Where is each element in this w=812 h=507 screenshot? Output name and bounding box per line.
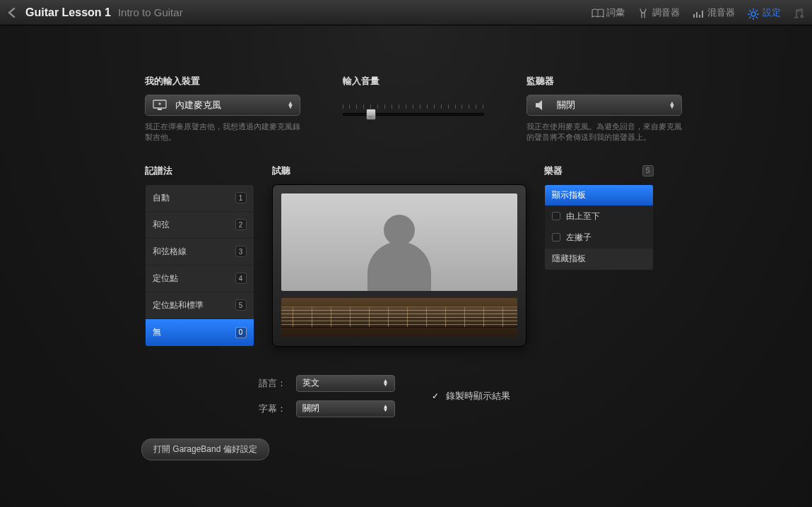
svg-point-5 (751, 12, 755, 16)
notation-section: 記譜法 自動1和弦2和弦格線3定位點4定位點和標準5無0 (145, 165, 254, 347)
preview-box (272, 184, 526, 347)
monitor-dropdown[interactable]: 關閉 ▲▼ (526, 95, 682, 116)
instrument-item-3[interactable]: 隱藏指板 (545, 249, 653, 270)
lesson-subtitle: Intro to Guitar (118, 6, 183, 18)
notation-item-label: 定位點 (153, 273, 178, 285)
toolbar-tuner[interactable]: 調音器 (637, 6, 680, 19)
svg-rect-4 (702, 11, 703, 18)
book-icon (592, 8, 603, 17)
shortcut-badge: 0 (235, 327, 247, 338)
monitor-value: 關閉 (550, 99, 669, 112)
toolbar-mixer-label: 混音器 (707, 6, 735, 19)
svg-rect-15 (158, 109, 162, 110)
instrument-item-label: 顯示指板 (552, 189, 586, 201)
toolbar-glossary-label: 詞彙 (606, 6, 625, 19)
gear-icon (748, 8, 759, 17)
instrument-label: 樂器 (544, 165, 563, 177)
top-bar: Guitar Lesson 1 Intro to Guitar 詞彙 調音器 混… (0, 0, 812, 25)
instrument-section: 樂器 S 顯示指板由上至下左撇子隱藏指板 (544, 165, 654, 347)
instrument-item-label: 由上至下 (566, 210, 600, 222)
notation-item-5[interactable]: 無0 (146, 319, 254, 346)
input-volume-label: 輸入音量 (343, 75, 379, 88)
monitor-icon (151, 100, 168, 111)
chevron-updown-icon: ▲▼ (669, 102, 676, 109)
svg-line-13 (756, 10, 758, 11)
shortcut-badge: 3 (235, 246, 247, 257)
speaker-icon (533, 100, 550, 111)
toolbar-glossary[interactable]: 詞彙 (592, 6, 625, 19)
guitar-fretboard (281, 306, 517, 328)
mixer-icon (693, 8, 704, 17)
notation-item-label: 和弦格線 (153, 246, 187, 258)
svg-rect-3 (699, 15, 700, 18)
language-label: 語言： (251, 377, 286, 390)
notation-item-3[interactable]: 定位點4 (146, 266, 254, 292)
checkbox-icon (552, 233, 560, 241)
subtitle-value: 關閉 (302, 402, 383, 414)
input-device-value: 內建麥克風 (168, 99, 288, 112)
toolbar-tuner-label: 調音器 (652, 6, 680, 19)
chevron-updown-icon: ▲▼ (288, 102, 294, 109)
svg-rect-2 (696, 12, 698, 18)
input-device-hint: 我正在彈奏原聲吉他，我想透過內建麥克風錄製吉他。 (145, 121, 300, 143)
subtitle-label: 字幕： (251, 402, 286, 415)
tuning-fork-icon (637, 8, 649, 17)
instrument-item-1[interactable]: 由上至下 (545, 206, 653, 227)
slider-thumb[interactable] (366, 109, 376, 120)
shortcut-badge: 2 (235, 219, 247, 230)
notation-item-0[interactable]: 自動1 (146, 185, 254, 212)
bottom-controls: 語言： 英文 ▲▼ 字幕： 關閉 ▲▼ ✓ 錄製時顯示結果 (145, 375, 668, 417)
instrument-item-0[interactable]: 顯示指板 (545, 185, 653, 206)
chevron-updown-icon: ▲▼ (383, 405, 389, 412)
svg-line-12 (749, 16, 751, 18)
shortcut-badge: 4 (235, 273, 247, 284)
input-device-section: 我的輸入裝置 內建麥克風 ▲▼ 我正在彈奏原聲吉他，我想透過內建麥克風錄製吉他。 (145, 75, 300, 143)
shortcut-badge: 5 (235, 299, 247, 311)
chevron-updown-icon: ▲▼ (383, 380, 389, 387)
preview-video-area (281, 193, 517, 291)
language-dropdown[interactable]: 英文 ▲▼ (296, 375, 395, 392)
preview-section: 試聽 (272, 165, 526, 347)
shortcut-badge[interactable]: S (642, 165, 654, 177)
svg-line-11 (756, 16, 758, 18)
toolbar-mixer[interactable]: 混音器 (693, 6, 735, 19)
input-volume-slider[interactable] (343, 105, 484, 119)
input-volume-section: 輸入音量 (343, 75, 484, 143)
notation-label: 記譜法 (145, 165, 254, 177)
instrument-item-label: 左撇子 (566, 232, 592, 244)
svg-line-10 (749, 10, 751, 11)
lesson-title: Guitar Lesson 1 (25, 6, 111, 19)
notation-item-label: 定位點和標準 (153, 299, 204, 311)
settings-panel: 我的輸入裝置 內建麥克風 ▲▼ 我正在彈奏原聲吉他，我想透過內建麥克風錄製吉他。… (0, 25, 812, 507)
notation-item-label: 自動 (153, 192, 170, 204)
shortcut-badge: 1 (235, 192, 247, 203)
checkmark-icon: ✓ (430, 391, 440, 401)
toolbar-settings-label: 設定 (763, 6, 781, 19)
notation-item-2[interactable]: 和弦格線3 (146, 239, 254, 266)
preview-fretboard-area (281, 298, 517, 338)
subtitle-dropdown[interactable]: 關閉 ▲▼ (296, 400, 395, 417)
show-results-label: 錄製時顯示結果 (446, 390, 510, 402)
monitor-label: 監聽器 (526, 75, 682, 88)
instrument-item-label: 隱藏指板 (552, 253, 586, 265)
toolbar-music[interactable] (794, 8, 805, 17)
person-silhouette-icon (367, 241, 431, 291)
back-button[interactable] (7, 8, 17, 18)
monitor-section: 監聽器 關閉 ▲▼ 我正在使用麥克風。為避免回音，來自麥克風的聲音將不會傳送到我… (526, 75, 682, 143)
checkbox-icon (552, 212, 560, 220)
input-device-label: 我的輸入裝置 (145, 75, 300, 88)
show-results-checkbox[interactable]: ✓ 錄製時顯示結果 (430, 390, 510, 402)
notation-item-label: 無 (153, 326, 161, 338)
notation-item-label: 和弦 (153, 219, 170, 231)
input-device-dropdown[interactable]: 內建麥克風 ▲▼ (145, 95, 300, 116)
instrument-item-2[interactable]: 左撇子 (545, 227, 653, 249)
language-value: 英文 (302, 377, 383, 389)
notation-item-1[interactable]: 和弦2 (146, 212, 254, 239)
music-note-icon (794, 8, 805, 17)
svg-rect-1 (693, 14, 695, 18)
preview-label: 試聽 (272, 165, 526, 177)
notation-item-4[interactable]: 定位點和標準5 (146, 292, 254, 319)
toolbar-settings[interactable]: 設定 (748, 6, 781, 19)
monitor-hint: 我正在使用麥克風。為避免回音，來自麥克風的聲音將不會傳送到我的揚聲器上。 (526, 121, 682, 143)
open-preferences-button[interactable]: 打開 GarageBand 偏好設定 (141, 439, 269, 460)
